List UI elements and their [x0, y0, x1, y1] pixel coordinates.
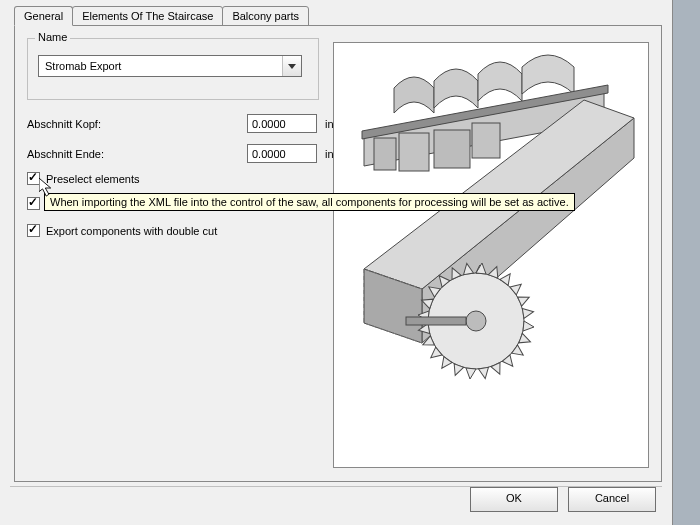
tooltip: When importing the XML file into the con… [44, 193, 575, 211]
preview-pane [333, 42, 649, 468]
tab-elements[interactable]: Elements Of The Staircase [72, 6, 223, 26]
checkbox-hidden[interactable] [27, 197, 40, 210]
checkbox-preselect-label: Preselect elements [46, 173, 140, 185]
tab-balcony[interactable]: Balcony parts [222, 6, 309, 26]
row-abschnitt-kopf: Abschnitt Kopf: 0.0000 in [27, 114, 334, 133]
abschnitt-ende-label: Abschnitt Ende: [27, 148, 247, 160]
checkbox-double-cut-row[interactable]: Export components with double cut [27, 224, 217, 237]
tab-bar: General Elements Of The Staircase Balcon… [14, 6, 308, 26]
svg-marker-17 [523, 321, 534, 331]
checkbox-double-cut[interactable] [27, 224, 40, 237]
abschnitt-ende-input[interactable]: 0.0000 [247, 144, 317, 163]
svg-marker-23 [466, 368, 476, 379]
checkbox-preselect[interactable] [27, 172, 40, 185]
checkbox-preselect-row[interactable]: Preselect elements [27, 172, 140, 185]
svg-rect-3 [434, 130, 470, 168]
tab-general[interactable]: General [14, 6, 73, 26]
ok-button[interactable]: OK [470, 487, 558, 512]
abschnitt-kopf-input[interactable]: 0.0000 [247, 114, 317, 133]
name-combo-value: Stromab Export [45, 60, 121, 72]
tab-panel-general: Name Stromab Export Abschnitt Kopf: 0.00… [14, 25, 662, 482]
abschnitt-kopf-label: Abschnitt Kopf: [27, 118, 247, 130]
svg-marker-22 [479, 366, 492, 379]
dialog: General Elements Of The Staircase Balcon… [0, 0, 673, 525]
svg-rect-2 [399, 133, 429, 171]
button-bar: OK Cancel [0, 487, 672, 519]
chevron-down-icon[interactable] [282, 56, 301, 76]
checkbox-double-cut-label: Export components with double cut [46, 225, 217, 237]
preview-illustration [334, 43, 648, 467]
groupbox-name-label: Name [35, 31, 70, 43]
groupbox-name: Name Stromab Export [27, 38, 319, 100]
svg-point-10 [466, 311, 486, 331]
row-abschnitt-ende: Abschnitt Ende: 0.0000 in [27, 144, 334, 163]
name-combo[interactable]: Stromab Export [38, 55, 302, 77]
cancel-button[interactable]: Cancel [568, 487, 656, 512]
svg-rect-4 [472, 123, 500, 158]
svg-rect-1 [374, 138, 396, 170]
window-shadow [672, 0, 700, 525]
svg-rect-35 [406, 317, 466, 325]
svg-marker-16 [521, 306, 534, 319]
